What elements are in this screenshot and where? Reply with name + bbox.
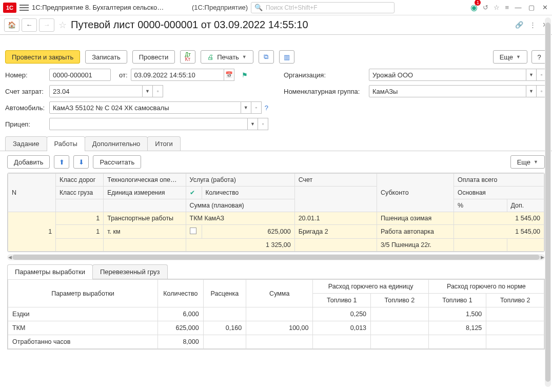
number-field[interactable] (49, 69, 111, 81)
dropdown-icon[interactable]: ▼ (526, 85, 537, 97)
col-n[interactable]: N (8, 174, 56, 212)
params-row[interactable]: ТКМ625,0000,160100,000,0138,125 (8, 321, 544, 335)
tab-extra[interactable]: Дополнительно (85, 136, 148, 151)
pcol-fuel-norm[interactable]: Расход горючего по норме (428, 280, 544, 294)
tab-task[interactable]: Задание (5, 136, 47, 151)
cell-pay-main[interactable]: 1 545,00 (454, 225, 544, 239)
params-cell-fu1[interactable]: 0,250 (313, 307, 371, 321)
add-row-button[interactable]: Добавить (7, 155, 50, 169)
params-cell-qty[interactable]: 8,000 (158, 335, 204, 349)
pcol-fn2[interactable]: Топливо 2 (486, 294, 544, 307)
report-button[interactable]: ▥ (279, 50, 294, 64)
cell-uom[interactable]: т. км (104, 225, 186, 239)
params-cell-sum[interactable] (246, 335, 313, 349)
save-button[interactable]: Записать (85, 50, 127, 64)
cell-checkbox[interactable] (186, 225, 202, 239)
post-and-close-button[interactable]: Провести и закрыть (5, 50, 80, 64)
maximize-icon[interactable]: ▢ (527, 4, 536, 12)
col-service[interactable]: Услуга (работа) (186, 174, 294, 187)
params-cell-fu2[interactable] (371, 321, 429, 335)
col-qty[interactable]: Количество (202, 187, 294, 199)
structure-button[interactable]: ⧉ (259, 50, 274, 64)
calculate-button[interactable]: Рассчитать (93, 155, 141, 169)
col-road-class[interactable]: Класс дорог (56, 174, 104, 187)
global-search[interactable]: 🔍 (251, 2, 395, 13)
params-cell-qty[interactable]: 6,000 (158, 307, 204, 321)
scroll-thumb[interactable] (545, 23, 550, 382)
params-cell-fn2[interactable] (486, 321, 544, 335)
favorite-icon[interactable]: ☆ (494, 4, 500, 11)
organization-field[interactable] (369, 69, 526, 81)
open-ref-icon[interactable]: ▫ (153, 85, 163, 97)
col-cargo-class[interactable]: Класс груза (56, 187, 104, 199)
params-row[interactable]: Ездки6,0000,2501,500 (8, 307, 544, 321)
minimize-icon[interactable]: — (514, 4, 522, 12)
close-window-icon[interactable]: ✕ (541, 4, 549, 12)
global-search-input[interactable] (265, 4, 391, 12)
pcol-param[interactable]: Параметр выработки (8, 280, 158, 307)
open-ref-icon[interactable]: ▫ (251, 101, 262, 114)
tab-output-params[interactable]: Параметры выработки (7, 264, 93, 279)
main-menu-icon[interactable] (19, 5, 29, 11)
tab-works[interactable]: Работы (47, 136, 85, 151)
col-pay-total[interactable]: Оплата всего (454, 174, 544, 187)
scroll-thumb[interactable] (12, 255, 540, 260)
trailer-field[interactable] (49, 118, 248, 130)
dropdown-icon[interactable]: ▼ (526, 69, 537, 81)
cell-sum-plan[interactable]: 1 325,00 (186, 239, 294, 252)
pcol-fuel-unit[interactable]: Расход горючего на единицу (313, 280, 428, 294)
params-cell-fn2[interactable] (486, 335, 544, 349)
cell-subconto1[interactable]: Пшеница озимая (377, 212, 454, 225)
params-cell-fu2[interactable] (371, 307, 429, 321)
open-ref-icon[interactable]: ▫ (258, 118, 268, 130)
params-cell-fn1[interactable]: 8,125 (428, 321, 486, 335)
table-row[interactable]: 1 т. км 625,000 Бригада 2 Работа автопар… (8, 225, 544, 239)
pcol-fu2[interactable]: Топливо 2 (371, 294, 429, 307)
print-button[interactable]: 🖨 Печать ▼ (201, 50, 253, 64)
page-favorite-icon[interactable]: ☆ (58, 19, 67, 31)
cell-cargo-class[interactable]: 1 (56, 225, 104, 239)
tab-totals[interactable]: Итоги (147, 136, 180, 151)
scroll-left-icon[interactable]: ◀ (7, 254, 12, 260)
tab-transported-cargo[interactable]: Перевезенный груз (92, 264, 168, 279)
params-cell-sum[interactable]: 100,00 (246, 321, 313, 335)
col-subconto[interactable]: Субконто (377, 174, 454, 212)
params-cell-qty[interactable]: 625,000 (158, 321, 204, 335)
help-hint-icon[interactable]: ? (265, 104, 268, 112)
post-button[interactable]: Провести (132, 50, 175, 64)
works-more-button[interactable]: Еще ▼ (510, 155, 545, 169)
nav-forward-button[interactable]: → (39, 18, 54, 32)
params-cell-fn2[interactable] (486, 307, 544, 321)
history-icon[interactable]: ↺ (483, 4, 488, 11)
notifications-icon[interactable]: ◉1 (470, 3, 478, 12)
col-tech-op[interactable]: Технологическая опе… (104, 174, 186, 187)
col-sum-plan[interactable]: Сумма (плановая) (186, 199, 294, 212)
cell-account[interactable]: 20.01.1 (294, 212, 377, 225)
cell-pay-total[interactable]: 1 545,00 (454, 212, 544, 225)
params-cell-fu1[interactable]: 0,013 (313, 321, 371, 335)
col-flag[interactable]: ✔ (186, 187, 202, 199)
page-menu-icon[interactable]: ⋮ (529, 21, 536, 29)
calendar-icon[interactable]: 📅 (224, 69, 234, 81)
dtkt-button[interactable]: ДтКт (180, 50, 195, 64)
col-pct[interactable]: % (454, 199, 507, 212)
vehicle-field[interactable] (49, 101, 241, 114)
more-button[interactable]: Еще ▼ (493, 50, 527, 64)
checkbox-icon[interactable] (190, 228, 196, 234)
link-icon[interactable]: 🔗 (515, 21, 523, 29)
move-up-button[interactable]: ⬆ (54, 155, 69, 169)
nomenclature-group-field[interactable] (369, 85, 526, 97)
pcol-qty[interactable]: Количество (158, 280, 204, 307)
params-cell-fn1[interactable]: 1,500 (428, 307, 486, 321)
nav-back-button[interactable]: ← (22, 18, 37, 32)
pcol-sum[interactable]: Сумма (246, 280, 313, 307)
table-row[interactable]: 1 1 Транспортные работы ТКМ КамАЗ 20.01.… (8, 212, 544, 225)
params-cell-rate[interactable] (203, 335, 246, 349)
dropdown-icon[interactable]: ▼ (143, 85, 153, 97)
params-cell-rate[interactable] (203, 307, 246, 321)
params-cell-param[interactable]: Отработанно часов (8, 335, 158, 349)
params-cell-param[interactable]: ТКМ (8, 321, 158, 335)
params-cell-param[interactable]: Ездки (8, 307, 158, 321)
move-down-button[interactable]: ⬇ (73, 155, 89, 169)
params-row[interactable]: Отработанно часов8,000 (8, 335, 544, 349)
